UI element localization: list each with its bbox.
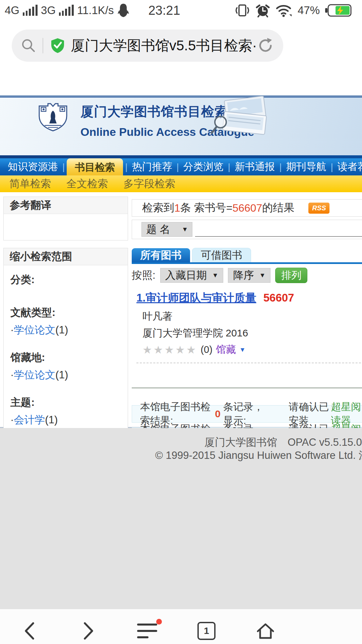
status-left-cluster: 4G 3G 11.1K/s [5, 0, 129, 21]
nav-separator: | [330, 162, 333, 172]
reference-translation-title: 参考翻译 [4, 197, 128, 214]
network-type-4g: 4G [5, 4, 19, 17]
facet-list: 分类: 文献类型: ·学位论文(1) 馆藏地: ·学位论文(1) 主题: ·会计… [4, 265, 128, 436]
facet-link-thesis[interactable]: 学位论文 [14, 324, 55, 336]
subnav-multifield-search[interactable]: 多字段检索 [123, 177, 175, 191]
tab-borrowable-books[interactable]: 可借图书 [192, 248, 251, 262]
notification-dot [156, 619, 162, 625]
facet-label: 馆藏地: [10, 351, 124, 365]
nav-separator: | [125, 162, 127, 172]
sort-field-dropdown[interactable]: 入藏日期 ▼ [160, 268, 224, 283]
facet-item: ·学位论文(1) [10, 323, 124, 337]
subnav-fulltext-search[interactable]: 全文检索 [66, 177, 108, 191]
phone-screen: 4G 3G 11.1K/s 23:21 [0, 0, 362, 644]
dashed-separator [136, 363, 362, 363]
menu-button[interactable] [127, 609, 168, 644]
nav-top-strip [0, 155, 362, 158]
section-separator [132, 387, 362, 388]
result-publisher-year: 厦门大学管理学院 2016 [142, 326, 362, 340]
browser-bottom-bar: 1 [0, 609, 362, 644]
menu-icon [137, 624, 158, 638]
page-content: 参考翻译 缩小检索范围 分类: 文献类型: ·学位论文(1) 馆藏地: ·学位论… [0, 192, 362, 428]
laptops-illustration [210, 96, 269, 136]
battery-charging-icon [325, 4, 352, 17]
footer-copyright: © 1999-2015 Jiangsu Huiwen Software Ltd.… [155, 448, 362, 463]
page-footer: 厦门大学图书馆 OPAC v5.5.15.08.27 © 1999-2015 J… [0, 428, 362, 609]
nav-separator: | [177, 162, 179, 172]
signal-bars-icon [23, 4, 38, 16]
chevron-down-icon: ▼ [259, 272, 265, 279]
search-input[interactable] [195, 222, 362, 237]
chevron-down-icon: ▼ [182, 226, 188, 233]
nav-item-journal-nav[interactable]: 期刊导航 [282, 160, 330, 174]
tab-count-icon: 1 [197, 622, 216, 640]
alarm-clock-icon [255, 3, 270, 18]
browser-toolbar: 厦门大学图书馆v5.5书目检索··· [0, 30, 362, 80]
facet-link-thesis-loc[interactable]: 学位论文 [14, 369, 55, 381]
nav-item-hot-recommend[interactable]: 热门推荐 [128, 160, 177, 174]
facet-count: (1) [55, 324, 68, 336]
sort-order-dropdown[interactable]: 降序 ▼ [228, 268, 270, 283]
chevron-down-icon[interactable]: ▼ [239, 346, 246, 354]
tabs-button[interactable]: 1 [186, 609, 227, 644]
bullet: · [10, 414, 14, 426]
university-logo [35, 102, 71, 133]
status-bar: 4G 3G 11.1K/s 23:21 [0, 0, 362, 21]
sort-apply-button[interactable]: 排列 [275, 268, 307, 283]
facet-count: (1) [45, 414, 58, 426]
bullet: · [10, 369, 14, 381]
penguin-notification-icon [117, 3, 129, 18]
nav-item-new-books[interactable]: 新书通报 [230, 160, 279, 174]
nav-item-catalog-search[interactable]: 书目检索 [67, 158, 123, 175]
results-column: 检索到 1 条 索书号= 56607 的结果 RSS 题 名 ▼ 所有图书 可借… [132, 199, 362, 445]
facet-link-accounting[interactable]: 会计学 [14, 414, 45, 426]
home-button[interactable] [245, 609, 286, 644]
nav-item-category-browse[interactable]: 分类浏览 [179, 160, 228, 174]
nav-separator: | [62, 162, 65, 172]
facet-label: 分类: [10, 273, 124, 287]
narrow-search-box: 缩小检索范围 分类: 文献类型: ·学位论文(1) 馆藏地: ·学位论文(1) … [3, 248, 128, 436]
field-select-dropdown[interactable]: 题 名 ▼ [141, 222, 192, 237]
wifi-icon [276, 4, 292, 17]
field-select-value: 题 名 [146, 222, 170, 236]
facet-item: ·会计学(1) [10, 413, 124, 427]
result-count: 1 [174, 202, 180, 214]
result-title-link[interactable]: 1.审计师团队与审计质量 [136, 291, 256, 304]
banner-top-edge [0, 95, 362, 98]
forward-button[interactable] [68, 609, 109, 644]
address-bar[interactable]: 厦门大学图书馆v5.5书目检索··· [12, 30, 283, 62]
summary-prefix: 检索到 [142, 201, 174, 215]
holdings-link[interactable]: 馆藏 [216, 343, 236, 357]
nav-item-reader-purchase[interactable]: 读者荐购 [333, 160, 362, 174]
page-title[interactable]: 厦门大学图书馆v5.5书目检索··· [71, 36, 257, 55]
refine-search-box: 题 名 ▼ [132, 220, 362, 239]
reference-translation-box: 参考翻译 [3, 197, 128, 240]
nav-separator: | [228, 162, 230, 172]
sidebar: 参考翻译 缩小检索范围 分类: 文献类型: ·学位论文(1) 馆藏地: ·学位论… [3, 197, 128, 436]
facet-label: 文献类型: [10, 306, 124, 320]
tab-count: 1 [204, 626, 209, 636]
bullet: · [10, 324, 14, 336]
nav-row: 知识资源港 | 书目检索 | 热门推荐 | 分类浏览 | 新书通报 | 期刊导航… [0, 158, 362, 175]
battery-percent: 47% [298, 4, 320, 17]
nav-item-knowledge-port[interactable]: 知识资源港 [3, 160, 62, 174]
result-tabs: 所有图书 可借图书 [132, 248, 362, 262]
main-navigation: 知识资源港 | 书目检索 | 热门推荐 | 分类浏览 | 新书通报 | 期刊导航… [0, 155, 362, 175]
rating-count: (0) [200, 344, 212, 355]
divider [43, 38, 43, 53]
result-call-number: 56607 [263, 291, 294, 304]
sort-field-value: 入藏日期 [165, 268, 207, 282]
back-button[interactable] [9, 609, 50, 644]
vibrate-icon [235, 3, 250, 18]
chevron-right-icon [82, 621, 95, 641]
rss-badge[interactable]: RSS [308, 203, 329, 214]
summary-mid: 条 索书号= [180, 201, 233, 215]
narrow-search-title: 缩小检索范围 [4, 248, 128, 265]
refresh-icon[interactable] [257, 37, 274, 54]
subnav-simple-search[interactable]: 简单检索 [9, 177, 51, 191]
tab-all-books[interactable]: 所有图书 [132, 248, 190, 262]
search-icon[interactable] [21, 38, 36, 53]
reference-translation-body [4, 214, 128, 240]
result-item: 1.审计师团队与审计质量 56607 叶凡著 厦门大学管理学院 2016 ★★★… [132, 290, 362, 363]
result-author: 叶凡著 [142, 310, 362, 323]
